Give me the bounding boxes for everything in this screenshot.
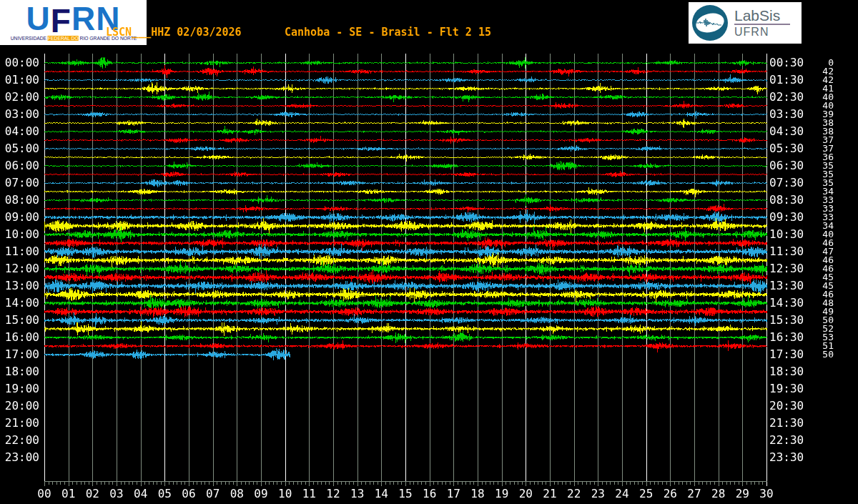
- left-time-label: 03:00: [0, 108, 39, 121]
- ufrn-letter-f: F: [51, 6, 72, 35]
- minute-tick-label: 03: [105, 488, 128, 500]
- minute-tick-label: 21: [538, 488, 561, 500]
- left-time-label: 12:00: [0, 262, 39, 275]
- minute-tick-label: 20: [514, 488, 537, 500]
- minute-tick-label: 16: [418, 488, 441, 500]
- left-time-label: 08:00: [0, 194, 39, 207]
- minute-tick-label: 30: [755, 488, 778, 500]
- left-time-label: 04:00: [0, 125, 39, 138]
- right-time-label: 22:30: [769, 434, 812, 447]
- minute-tick-label: 09: [250, 488, 272, 500]
- minute-tick-label: 10: [274, 488, 297, 500]
- left-time-label: 11:00: [0, 245, 39, 258]
- minute-tick-label: 01: [57, 488, 80, 500]
- left-time-label: 20:00: [0, 400, 39, 412]
- minute-tick-label: 22: [563, 488, 586, 500]
- minute-tick-label: 23: [586, 488, 609, 500]
- left-time-label: 19:00: [0, 382, 39, 395]
- minute-tick-label: 29: [731, 488, 754, 500]
- minute-tick-label: 07: [202, 488, 225, 500]
- labsis-org: UFRN: [734, 25, 790, 39]
- left-time-label: 22:00: [0, 434, 39, 447]
- labsis-seismogram-icon: [691, 4, 729, 41]
- minute-tick-label: 26: [659, 488, 681, 500]
- ufrn-letter-u: U: [26, 4, 51, 33]
- left-time-label: 14:00: [0, 297, 39, 310]
- left-time-label: 00:00: [0, 56, 39, 69]
- right-time-label: 18:30: [769, 365, 812, 378]
- minute-tick-label: 12: [322, 488, 345, 500]
- right-time-label: 20:30: [769, 400, 812, 412]
- left-time-label: 21:00: [0, 417, 39, 430]
- minute-tick-label: 15: [394, 488, 417, 500]
- left-time-label: 13:00: [0, 280, 39, 292]
- minute-tick-label: 02: [81, 488, 104, 500]
- minute-tick-label: 08: [225, 488, 248, 500]
- helicorder-plot: [0, 0, 858, 504]
- minute-tick-label: 06: [177, 488, 200, 500]
- labsis-name: LabSis: [734, 7, 790, 25]
- left-time-label: 07:00: [0, 177, 39, 189]
- ufrn-letter-r: R: [72, 4, 96, 33]
- minute-tick-label: 14: [370, 488, 393, 500]
- left-time-label: 23:00: [0, 451, 39, 464]
- minute-tick-label: 00: [33, 488, 56, 500]
- left-time-label: 18:00: [0, 365, 39, 378]
- line-scale-value: 50: [799, 350, 834, 359]
- minute-tick-label: 24: [611, 488, 633, 500]
- minute-tick-label: 18: [466, 488, 489, 500]
- left-time-label: 15:00: [0, 314, 39, 327]
- left-time-label: 06:00: [0, 159, 39, 172]
- left-time-label: 09:00: [0, 211, 39, 224]
- minute-tick-label: 17: [442, 488, 465, 500]
- labsis-logo: LabSis UFRN: [689, 2, 802, 44]
- region-title: Canhoba - SE - Brasil - Flt 2 15: [285, 26, 491, 39]
- minute-tick-label: 05: [153, 488, 176, 500]
- left-time-label: 01:00: [0, 74, 39, 87]
- minute-tick-label: 19: [490, 488, 513, 500]
- minute-tick-label: 27: [683, 488, 706, 500]
- left-time-label: 17:00: [0, 348, 39, 361]
- minute-tick-label: 28: [707, 488, 730, 500]
- left-time-label: 02:00: [0, 91, 39, 104]
- minute-tick-label: 25: [635, 488, 658, 500]
- right-time-label: 21:30: [769, 417, 812, 430]
- right-time-label: 19:30: [769, 382, 812, 395]
- minute-tick-label: 04: [129, 488, 152, 500]
- left-time-label: 10:00: [0, 228, 39, 241]
- helicorder-screen: U F R N UNIVERSIDADE FEDERAL DO RIO GRAN…: [0, 0, 858, 504]
- station-title: LSCN___HHZ 02/03/2026: [106, 26, 242, 39]
- minute-tick-label: 13: [346, 488, 369, 500]
- minute-tick-label: 11: [297, 488, 320, 500]
- left-time-label: 05:00: [0, 142, 39, 155]
- left-time-label: 16:00: [0, 331, 39, 344]
- right-time-label: 23:30: [769, 451, 812, 464]
